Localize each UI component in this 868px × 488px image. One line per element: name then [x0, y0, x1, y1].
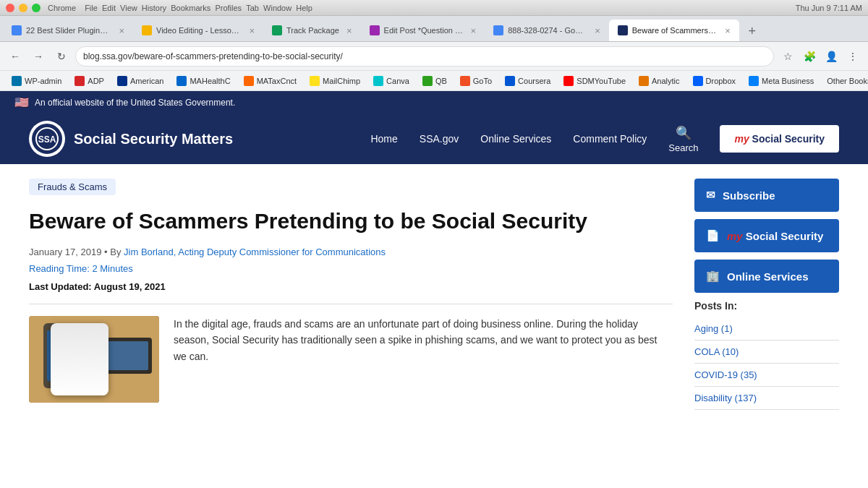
svg-point-8: [62, 382, 68, 388]
bookmark-analytic[interactable]: Analytic: [633, 73, 686, 89]
ma-icon: [176, 76, 187, 86]
category-tag[interactable]: Frauds & Scams: [29, 179, 116, 195]
menu-bookmarks[interactable]: Bookmarks: [171, 4, 210, 12]
bookmark-mailchimp[interactable]: MailChimp: [304, 73, 366, 89]
tab-close-1[interactable]: ×: [119, 25, 124, 36]
reading-time: Reading Time: 2 Minutes: [29, 263, 673, 274]
bookmark-mataxcnct[interactable]: MATaxCnct: [238, 73, 302, 89]
menu-history[interactable]: History: [142, 4, 166, 12]
extension-icon[interactable]: 🧩: [800, 47, 819, 66]
back-button[interactable]: ←: [6, 47, 25, 66]
online-services-icon: 🏢: [706, 270, 720, 283]
menu-help[interactable]: Help: [296, 4, 312, 12]
bookmark-dropbox[interactable]: Dropbox: [687, 73, 742, 89]
bookmark-label: WP-admin: [25, 77, 61, 85]
menu-tab[interactable]: Tab: [246, 4, 259, 12]
yt-icon: [563, 76, 574, 86]
bookmark-label: SDMYouTube: [576, 77, 626, 85]
sidebar-my-ss-label: my Social Security: [727, 230, 823, 242]
tab-6-active[interactable]: Beware of Scammers Pretend... ×: [609, 20, 739, 41]
logo-circle: SSA: [29, 121, 65, 157]
menu-window[interactable]: Window: [263, 4, 292, 12]
logo-text: Social Security Matters: [74, 131, 233, 147]
tab-5[interactable]: 888-328-0274 - Google Sear... ×: [485, 20, 609, 41]
article-body: In the digital age, frauds and scams are…: [29, 316, 673, 403]
category-covid[interactable]: COVID-19 (35): [694, 364, 839, 387]
bookmark-other[interactable]: Other Bookmarks: [821, 73, 868, 89]
bookmark-icon[interactable]: ☆: [778, 47, 797, 66]
ssa-logo-svg: SSA: [30, 122, 64, 155]
bookmark-wp-admin[interactable]: WP-admin: [6, 73, 67, 89]
nav-ssa[interactable]: SSA.gov: [420, 133, 459, 145]
my-social-security-button[interactable]: my Social Security: [720, 125, 839, 153]
sidebar-my-social-security-button[interactable]: 📄 my Social Security: [694, 219, 839, 252]
minimize-button[interactable]: [19, 4, 27, 12]
adp-icon: [75, 76, 85, 86]
menu-profiles[interactable]: Profiles: [215, 4, 242, 12]
tab-1[interactable]: 22 Best Slider Plugins for a B... ×: [3, 20, 133, 41]
mail-icon: [310, 76, 320, 86]
tab-close-6[interactable]: ×: [725, 25, 731, 36]
my-label: my: [734, 133, 749, 145]
article-author[interactable]: Jim Borland, Acting Deputy Commissioner …: [124, 247, 386, 257]
article-meta: January 17, 2019 • By Jim Borland, Actin…: [29, 247, 673, 257]
bookmark-label: MailChimp: [323, 77, 360, 85]
new-tab-button[interactable]: +: [742, 21, 762, 41]
bookmark-american[interactable]: American: [111, 73, 169, 89]
canva-icon: [373, 76, 383, 86]
bookmark-coursera[interactable]: Coursera: [499, 73, 556, 89]
bookmark-goto[interactable]: GoTo: [454, 73, 498, 89]
gov-banner-text: An official website of the United States…: [35, 98, 235, 108]
url-input[interactable]: [75, 46, 774, 67]
bookmark-label: ADP: [88, 77, 104, 85]
tab-favicon: [272, 25, 282, 35]
close-button[interactable]: [6, 4, 14, 12]
bookmark-label: MAHealthC: [190, 77, 230, 85]
bookmark-label: GoTo: [473, 77, 492, 85]
category-disability[interactable]: Disability (137): [694, 387, 839, 410]
sidebar-online-services-label: Online Services: [727, 270, 809, 283]
menu-edit[interactable]: Edit: [102, 4, 116, 12]
tab-close-5[interactable]: ×: [595, 25, 600, 36]
bookmark-mahealthc[interactable]: MAHealthC: [171, 73, 236, 89]
tab-2[interactable]: Video Editing - Lesson Topics ×: [133, 20, 263, 41]
article-image: [29, 316, 159, 403]
profile-icon[interactable]: 👤: [822, 47, 841, 66]
tab-close-4[interactable]: ×: [471, 25, 477, 36]
nav-online-services[interactable]: Online Services: [480, 133, 551, 145]
nav-search[interactable]: 🔍 Search: [668, 125, 698, 153]
tax-icon: [244, 76, 254, 86]
forward-button[interactable]: →: [29, 47, 48, 66]
search-label: Search: [668, 142, 698, 153]
bookmark-sdmyt[interactable]: SDMYouTube: [558, 73, 631, 89]
tab-4[interactable]: Edit Post *Question of the Mo... ×: [361, 20, 485, 41]
category-cola[interactable]: COLA (10): [694, 341, 839, 364]
reload-button[interactable]: ↻: [52, 47, 71, 66]
datetime: Thu Jun 9 7:11 AM: [796, 4, 862, 12]
tab-close-2[interactable]: ×: [249, 25, 255, 36]
tab-3[interactable]: Track Package ×: [263, 20, 361, 41]
bookmark-adp[interactable]: ADP: [69, 73, 110, 89]
bookmark-qb[interactable]: QB: [417, 73, 453, 89]
nav-comment-policy[interactable]: Comment Policy: [573, 133, 647, 145]
article-title: Beware of Scammers Pretending to be Soci…: [29, 207, 673, 235]
sidebar-online-services-button[interactable]: 🏢 Online Services: [694, 260, 839, 293]
window-controls[interactable]: [6, 4, 41, 12]
analytic-icon: [639, 76, 649, 86]
tab-favicon: [493, 25, 503, 35]
menu-icon[interactable]: ⋮: [843, 47, 862, 66]
menu-file[interactable]: File: [85, 4, 98, 12]
site-header: SSA Social Security Matters Home SSA.gov…: [0, 114, 868, 164]
category-aging[interactable]: Aging (1): [694, 317, 839, 341]
tab-close-3[interactable]: ×: [346, 25, 352, 36]
subscribe-button[interactable]: ✉ Subscribe: [694, 179, 839, 212]
menu-view[interactable]: View: [120, 4, 137, 12]
nav-home[interactable]: Home: [370, 133, 397, 145]
bookmark-meta[interactable]: Meta Business: [743, 73, 820, 89]
sidebar: ✉ Subscribe 📄 my Social Security 🏢 Onlin…: [694, 179, 839, 410]
maximize-button[interactable]: [32, 4, 41, 12]
bookmark-label: Analytic: [652, 77, 680, 85]
bookmark-canva[interactable]: Canva: [367, 73, 415, 89]
sidebar-ss-rest: Social Security: [746, 230, 824, 242]
bookmarks-bar: WP-admin ADP American MAHealthC MATaxCnc…: [0, 71, 868, 91]
